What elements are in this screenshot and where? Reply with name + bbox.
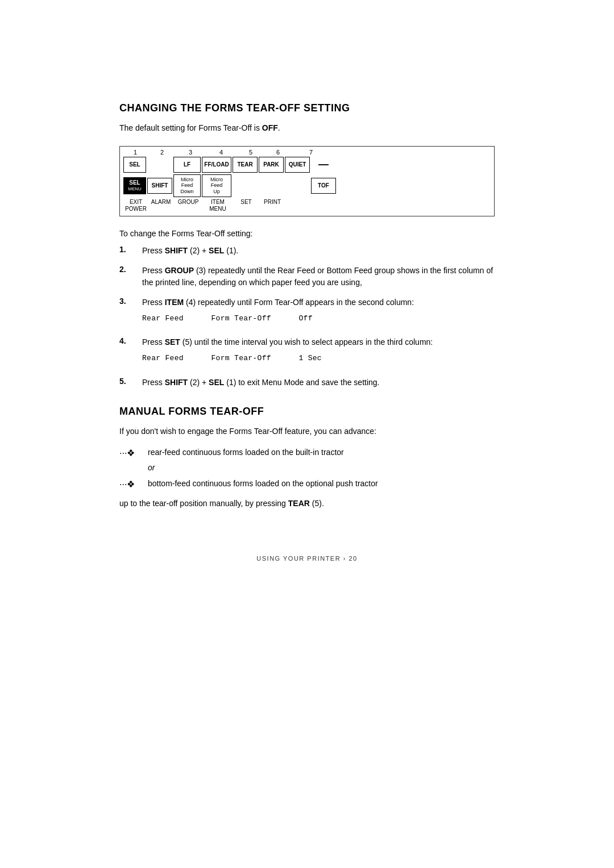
or-separator: or <box>148 463 495 472</box>
label-item-menu: ITEMMENU <box>203 199 233 212</box>
key-lf: LF <box>173 157 201 173</box>
key-empty-3 <box>259 178 284 194</box>
key-num-5: 5 <box>238 149 263 156</box>
step-5: 5. Press SHIFT (2) + SEL (1) to exit Men… <box>119 377 495 389</box>
label-empty <box>286 199 311 212</box>
key-park: PARK <box>259 157 284 173</box>
bullet-item-1: ···❖ rear-feed continuous forms loaded o… <box>119 446 495 458</box>
key-empty-4 <box>285 178 310 194</box>
bullet-text-2: bottom-feed continuous forms loaded on t… <box>148 478 495 490</box>
step-5-content: Press SHIFT (2) + SEL (1) to exit Menu M… <box>142 377 495 389</box>
step-3-content: Press ITEM (4) repeatedly until Form Tea… <box>142 297 495 329</box>
key-tof: TOF <box>311 178 336 194</box>
section1-intro: The default setting for Forms Tear-Off i… <box>119 123 495 132</box>
section2-intro: If you don't wish to engage the Forms Te… <box>119 425 495 437</box>
label-exit-power: EXITPOWER <box>125 199 147 212</box>
label-group: GROUP <box>175 199 202 212</box>
bullet-item-2: ···❖ bottom-feed continuous forms loaded… <box>119 478 495 490</box>
change-intro: To change the Forms Tear-Off setting: <box>119 229 495 238</box>
step-3-num: 3. <box>119 297 142 306</box>
final-paragraph: up to the tear-off position manually, by… <box>119 498 495 510</box>
section2-title: MANUAL FORMS TEAR-OFF <box>119 406 495 418</box>
bullet-marker-2: ···❖ <box>119 478 148 490</box>
keyboard-diagram: 1 2 3 4 5 6 7 SEL LF FF/LOAD TEAR PARK Q… <box>119 146 495 216</box>
label-tof-bottom <box>312 199 337 212</box>
key-num-1: 1 <box>125 149 146 156</box>
key-num-6: 6 <box>265 149 291 156</box>
step-4-code: Rear Feed Form Tear-Off 1 Sec <box>142 353 495 364</box>
section1-title: CHANGING THE FORMS TEAR-OFF SETTING <box>119 102 495 114</box>
bullet-marker-1: ···❖ <box>119 446 148 458</box>
keyboard-number-row: 1 2 3 4 5 6 7 <box>123 149 491 156</box>
step-4-num: 4. <box>119 336 142 345</box>
keyboard-main-row: SEL MENU SHIFT Micro Feed Down Micro Fee… <box>123 174 491 197</box>
page-content: CHANGING THE FORMS TEAR-OFF SETTING The … <box>108 0 506 868</box>
key-empty-2 <box>233 178 258 194</box>
key-num-4: 4 <box>206 149 236 156</box>
step-1-content: Press SHIFT (2) + SEL (1). <box>142 245 495 257</box>
step-4: 4. Press SET (5) until the time interval… <box>119 336 495 369</box>
step-2: 2. Press GROUP (3) repeatedly until the … <box>119 265 495 289</box>
key-sel-top: SEL <box>123 157 146 173</box>
key-microfeed-down: Micro Feed Down <box>173 174 201 197</box>
key-microfeed-up: Micro Feed Up <box>202 174 231 197</box>
step-1-num: 1. <box>119 245 142 254</box>
step-3: 3. Press ITEM (4) repeatedly until Form … <box>119 297 495 329</box>
step-2-content: Press GROUP (3) repeatedly until the Rea… <box>142 265 495 289</box>
keyboard-top-row: SEL LF FF/LOAD TEAR PARK QUIET — <box>123 156 491 173</box>
key-dash: — <box>311 156 336 173</box>
key-sel-main: SEL MENU <box>123 177 146 194</box>
key-num-3: 3 <box>177 149 204 156</box>
step-1: 1. Press SHIFT (2) + SEL (1). <box>119 245 495 257</box>
label-alarm: ALARM <box>148 199 173 212</box>
page-footer: USING YOUR PRINTER › 20 <box>119 555 495 562</box>
key-num-2: 2 <box>150 149 175 156</box>
key-ffload: FF/LOAD <box>202 157 231 173</box>
bullet-text-1: rear-feed continuous forms loaded on the… <box>148 446 495 458</box>
key-shift: SHIFT <box>147 178 172 194</box>
key-quiet: QUIET <box>285 157 310 173</box>
key-empty-1 <box>147 157 172 173</box>
bullet-list: ···❖ rear-feed continuous forms loaded o… <box>119 446 495 490</box>
label-set: SET <box>234 199 259 212</box>
steps-list: 1. Press SHIFT (2) + SEL (1). 2. Press G… <box>119 245 495 389</box>
step-5-num: 5. <box>119 377 142 386</box>
step-3-code: Rear Feed Form Tear-Off Off <box>142 313 495 324</box>
key-num-7: 7 <box>298 149 323 156</box>
step-2-num: 2. <box>119 265 142 274</box>
keyboard-label-row: EXITPOWER ALARM GROUP ITEMMENU SET PRINT <box>123 199 491 212</box>
label-print: PRINT <box>260 199 285 212</box>
step-4-content: Press SET (5) until the time interval yo… <box>142 336 495 369</box>
key-tear: TEAR <box>233 157 258 173</box>
key-num-space <box>292 149 297 156</box>
